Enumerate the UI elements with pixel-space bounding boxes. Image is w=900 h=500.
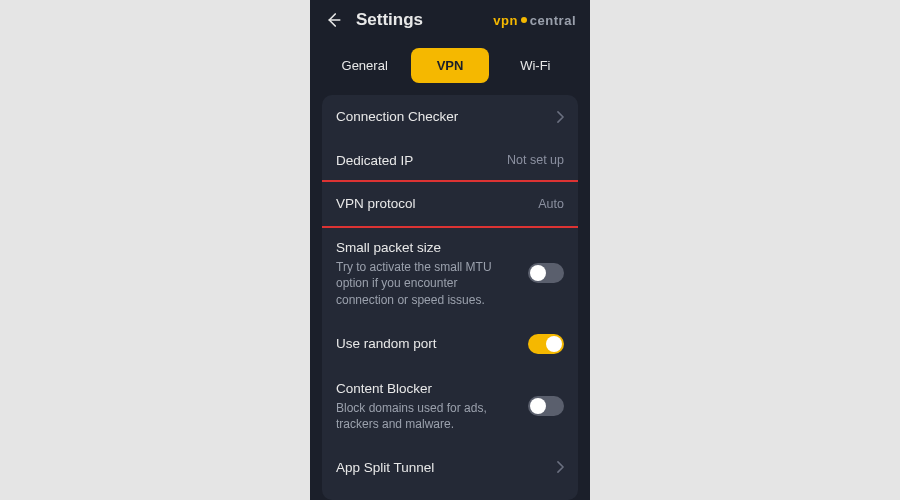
app-split-tunnel-label: App Split Tunnel	[336, 459, 434, 477]
chevron-right-icon	[557, 111, 564, 123]
connection-checker-label: Connection Checker	[336, 108, 458, 126]
small-packet-label: Small packet size	[336, 239, 506, 257]
row-app-split-tunnel[interactable]: App Split Tunnel	[322, 446, 578, 490]
random-port-toggle[interactable]	[528, 334, 564, 354]
row-content-blocker: Content Blocker Block domains used for a…	[322, 367, 578, 446]
vpn-protocol-label: VPN protocol	[336, 195, 416, 213]
content-blocker-label: Content Blocker	[336, 380, 506, 398]
row-vpn-protocol[interactable]: VPN protocol Auto	[322, 180, 578, 228]
row-dedicated-ip[interactable]: Dedicated IP Not set up	[322, 139, 578, 183]
row-connection-checker[interactable]: Connection Checker	[322, 95, 578, 139]
tabs-bar: General VPN Wi-Fi	[310, 38, 590, 95]
settings-screen: Settings vpn central General VPN Wi-Fi C…	[310, 0, 590, 500]
logo-vpn-text: vpn	[493, 13, 518, 28]
vpn-protocol-value: Auto	[538, 197, 564, 211]
settings-panel: Connection Checker Dedicated IP Not set …	[322, 95, 578, 500]
back-icon[interactable]	[324, 11, 342, 29]
tab-general[interactable]: General	[326, 48, 403, 83]
small-packet-toggle[interactable]	[528, 263, 564, 283]
logo-dot-icon	[521, 17, 527, 23]
row-random-port: Use random port	[322, 321, 578, 367]
small-packet-subtitle: Try to activate the small MTU option if …	[336, 259, 506, 308]
logo-central-text: central	[530, 13, 576, 28]
tab-vpn[interactable]: VPN	[411, 48, 488, 83]
row-small-packet: Small packet size Try to activate the sm…	[322, 226, 578, 321]
tab-wifi[interactable]: Wi-Fi	[497, 48, 574, 83]
brand-logo: vpn central	[493, 13, 576, 28]
dedicated-ip-label: Dedicated IP	[336, 152, 413, 170]
page-title: Settings	[356, 10, 423, 30]
content-blocker-subtitle: Block domains used for ads, trackers and…	[336, 400, 506, 432]
chevron-right-icon	[557, 461, 564, 473]
random-port-label: Use random port	[336, 335, 437, 353]
dedicated-ip-value: Not set up	[507, 153, 564, 167]
content-blocker-toggle[interactable]	[528, 396, 564, 416]
header-bar: Settings vpn central	[310, 0, 590, 38]
